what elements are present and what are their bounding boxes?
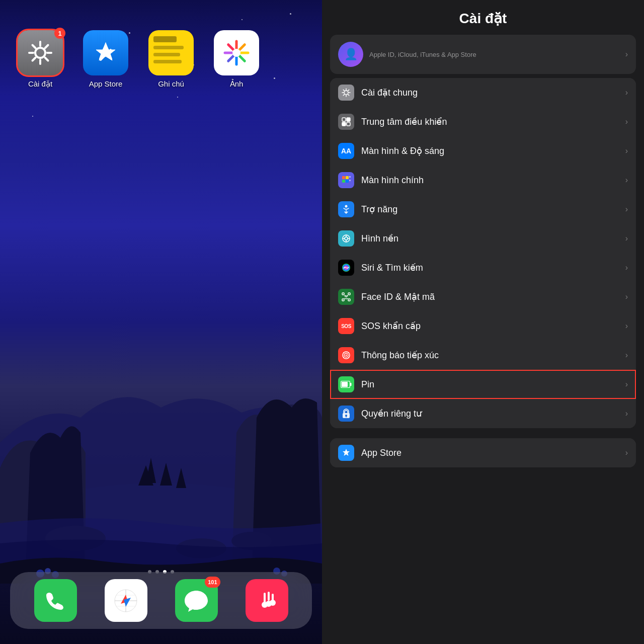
music-dock-app[interactable] [246,579,288,622]
accessibility-chevron: › [625,205,628,214]
svg-line-42 [348,90,349,91]
home-screen-apps: 1 Cài đặt App Store [15,30,307,89]
svg-rect-52 [349,176,351,178]
settings-item-sos[interactable]: SOS SOS khẩn cấp › [330,311,636,341]
accessibility-icon [338,201,354,217]
appstore-settings-label: App Store [361,448,618,458]
appstore-app[interactable]: App Store [80,30,131,88]
svg-point-71 [348,357,349,358]
svg-rect-46 [342,122,346,126]
home-screen-icon [338,172,354,188]
svg-line-15 [45,58,48,61]
settings-appstore-section: App Store › [330,438,636,467]
general-icon [338,85,354,101]
wallpaper-label: Hình nền [361,233,618,244]
svg-rect-47 [347,122,350,126]
settings-item-wallpaper[interactable]: Hình nền › [330,224,636,253]
settings-item-display[interactable]: AA Màn hình & Độ sáng › [330,136,636,166]
faceid-icon [338,289,354,305]
svg-rect-49 [346,176,349,179]
svg-rect-44 [342,118,346,121]
right-panel: Cài đặt 👤 Apple ID, iCloud, iTunes & App… [322,0,644,644]
settings-item-control-center[interactable]: Trung tâm điều khiển › [330,107,636,136]
settings-title: Cài đặt [459,11,507,26]
settings-item-siri[interactable]: Siri & Tìm kiếm › [330,253,636,282]
svg-point-56 [345,237,348,240]
settings-item-accessibility[interactable]: Trợ năng › [330,195,636,224]
svg-rect-50 [342,180,345,183]
messages-badge: 101 [205,577,220,588]
faceid-label: Face ID & Mật mã [361,291,618,302]
home-screen-label: Màn hình chính [361,175,618,186]
control-center-chevron: › [625,117,628,126]
svg-line-14 [33,45,36,48]
settings-list: Cài đặt chung › Trung tâm điều khiển › A… [330,78,636,428]
faceid-chevron: › [625,292,628,301]
general-label: Cài đặt chung [361,87,618,98]
home-screen-chevron: › [625,176,628,185]
siri-icon [338,260,354,276]
display-chevron: › [625,146,628,155]
settings-item-appstore[interactable]: App Store › [330,438,636,467]
settings-label: Cài đặt [28,79,52,89]
settings-item-contact-tracing[interactable]: Thông báo tiếp xúc › [330,341,636,370]
privacy-chevron: › [625,409,628,418]
accessibility-label: Trợ năng [361,204,618,215]
control-center-label: Trung tâm điều khiển [361,116,618,127]
siri-label: Siri & Tìm kiếm [361,262,618,273]
control-center-icon [338,114,354,130]
svg-point-9 [35,48,45,58]
svg-line-17 [33,58,36,61]
contact-tracing-label: Thông báo tiếp xúc [361,350,618,361]
photos-label: Ảnh [230,79,244,89]
notes-icon [148,30,194,75]
svg-line-16 [45,45,48,48]
svg-rect-74 [350,383,352,386]
svg-line-41 [348,95,349,96]
svg-point-54 [345,205,348,208]
wallpaper-chevron: › [625,234,628,243]
settings-item-faceid[interactable]: Face ID & Mật mã › [330,282,636,311]
contact-tracing-chevron: › [625,351,628,360]
photos-app[interactable]: Ảnh [211,30,262,89]
settings-item-home-screen[interactable]: Màn hình chính › [330,166,636,195]
phone-dock-app[interactable] [34,579,77,622]
dock: 101 [10,572,312,629]
notes-label: Ghi chú [158,79,184,88]
svg-point-69 [348,352,349,353]
settings-item-privacy[interactable]: Quyền riêng tư › [330,399,636,428]
siri-chevron: › [625,263,628,272]
display-label: Màn hình & Độ sáng [361,145,618,156]
svg-rect-60 [342,299,344,301]
svg-rect-30 [268,592,270,601]
messages-dock-app[interactable]: 101 [175,579,218,622]
svg-rect-48 [342,176,345,179]
settings-header: Cài đặt [322,0,644,35]
svg-rect-45 [347,118,350,121]
photos-icon [214,30,259,75]
battery-label: Pin [361,379,618,390]
settings-app[interactable]: 1 Cài đặt [15,30,65,89]
svg-rect-31 [272,594,274,601]
safari-dock-app[interactable] [105,579,147,622]
svg-rect-59 [348,293,350,295]
apple-id-avatar: 👤 [338,42,363,67]
battery-chevron: › [625,380,628,389]
sos-chevron: › [625,321,628,331]
svg-rect-58 [342,293,344,295]
display-icon: AA [338,143,354,159]
svg-rect-73 [342,382,348,387]
apple-id-item[interactable]: 👤 Apple ID, iCloud, iTunes & App Store › [330,35,636,74]
settings-item-general[interactable]: Cài đặt chung › [330,78,636,107]
notes-app[interactable]: Ghi chú [146,30,196,88]
settings-item-battery[interactable]: Pin › [330,370,636,399]
appstore-settings-icon [338,445,354,461]
svg-point-20 [232,49,240,57]
svg-point-70 [343,357,344,358]
contact-tracing-icon [338,347,354,363]
appstore-icon [83,30,128,75]
svg-point-68 [343,352,344,353]
wallpaper-bg [0,0,322,644]
svg-point-35 [344,91,348,95]
privacy-icon [338,406,354,422]
